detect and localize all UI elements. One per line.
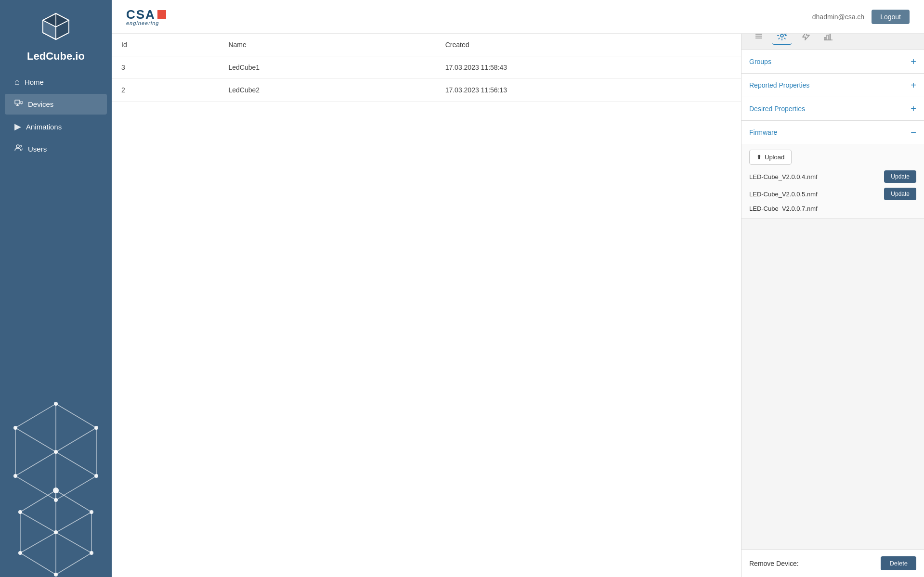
section-desired-toggle: + bbox=[911, 104, 916, 114]
firmware-item-2: LED-Cube_V2.0.0.5.nmf Update bbox=[749, 188, 916, 200]
tab-flash[interactable] bbox=[795, 34, 815, 45]
users-icon bbox=[14, 143, 23, 154]
section-desired-label: Desired Properties bbox=[749, 105, 805, 113]
svg-point-11 bbox=[20, 145, 22, 147]
user-email: dhadmin@csa.ch bbox=[812, 13, 864, 21]
svg-point-29 bbox=[90, 551, 93, 555]
csa-logo-red-square bbox=[157, 10, 166, 19]
section-reported: Reported Properties + bbox=[742, 74, 924, 97]
firmware-item-1: LED-Cube_V2.0.0.4.nmf Update bbox=[749, 170, 916, 183]
section-groups-label: Groups bbox=[749, 58, 771, 65]
row1-name: LedCube1 bbox=[219, 56, 435, 79]
firmware-list: LED-Cube_V2.0.0.4.nmf Update LED-Cube_V2… bbox=[749, 170, 916, 212]
svg-point-25 bbox=[13, 474, 17, 478]
tab-list[interactable] bbox=[749, 34, 768, 45]
section-groups-toggle: + bbox=[911, 57, 916, 66]
row1-created: 17.03.2023 11:58:43 bbox=[436, 56, 785, 79]
svg-point-21 bbox=[94, 426, 98, 430]
section-reported-header[interactable]: Reported Properties + bbox=[742, 74, 924, 97]
row2-created: 17.03.2023 11:56:13 bbox=[436, 79, 785, 102]
row2-name: LedCube2 bbox=[219, 79, 435, 102]
sidebar-item-animations-label: Animations bbox=[26, 123, 62, 131]
section-groups-header[interactable]: Groups + bbox=[742, 50, 924, 73]
animations-icon: ▶ bbox=[14, 121, 21, 132]
svg-rect-6 bbox=[17, 104, 18, 105]
col-name: Name bbox=[219, 34, 435, 56]
firmware-content: ⬆ Upload LED-Cube_V2.0.0.4.nmf Update LE… bbox=[742, 144, 924, 218]
upload-icon: ⬆ bbox=[756, 154, 762, 161]
sidebar-decoration bbox=[0, 394, 112, 577]
svg-point-30 bbox=[54, 573, 58, 577]
header-right: dhadmin@csa.ch Logout bbox=[812, 10, 910, 24]
remove-device-label: Remove Device: bbox=[749, 560, 799, 567]
panel-body: Groups + Reported Properties + Desired P… bbox=[742, 50, 924, 549]
svg-point-27 bbox=[53, 487, 59, 493]
tab-chart[interactable] bbox=[819, 34, 838, 45]
svg-point-10 bbox=[16, 145, 19, 148]
home-icon: ⌂ bbox=[14, 77, 20, 87]
sidebar-item-home-label: Home bbox=[25, 78, 44, 86]
header-logo: CSA engineering bbox=[126, 7, 166, 26]
svg-point-24 bbox=[13, 426, 17, 430]
firmware-name-3: LED-Cube_V2.0.0.7.nmf bbox=[749, 205, 916, 212]
firmware-item-3: LED-Cube_V2.0.0.7.nmf bbox=[749, 205, 916, 212]
tab-settings[interactable] bbox=[772, 34, 792, 45]
row1-id: 3 bbox=[112, 56, 219, 79]
main-content: CSA engineering dhadmin@csa.ch Logout Id… bbox=[112, 0, 924, 577]
update-button-2[interactable]: Update bbox=[884, 188, 916, 200]
svg-point-37 bbox=[781, 34, 783, 37]
panel-footer: Remove Device: Delete bbox=[742, 549, 924, 577]
sidebar-item-devices[interactable]: Devices bbox=[5, 94, 107, 115]
section-desired: Desired Properties + bbox=[742, 97, 924, 121]
svg-rect-5 bbox=[15, 100, 20, 104]
sidebar-item-users[interactable]: Users bbox=[5, 139, 107, 159]
svg-point-32 bbox=[18, 551, 22, 555]
svg-rect-42 bbox=[829, 34, 831, 40]
sidebar-nav: ⌂ Home Devices ▶ Animations bbox=[0, 72, 112, 161]
svg-point-31 bbox=[18, 510, 22, 514]
firmware-name-2: LED-Cube_V2.0.0.5.nmf bbox=[749, 191, 884, 198]
col-created: Created bbox=[436, 34, 785, 56]
section-groups: Groups + bbox=[742, 50, 924, 74]
header: CSA engineering dhadmin@csa.ch Logout bbox=[112, 0, 924, 34]
sidebar: LedCube.io ⌂ Home Devices ▶ Animations bbox=[0, 0, 112, 577]
sidebar-item-users-label: Users bbox=[28, 145, 47, 153]
firmware-name-1: LED-Cube_V2.0.0.4.nmf bbox=[749, 173, 884, 180]
svg-point-33 bbox=[54, 530, 58, 534]
sidebar-item-animations[interactable]: ▶ Animations bbox=[5, 116, 107, 137]
app-logo bbox=[39, 10, 73, 45]
section-reported-label: Reported Properties bbox=[749, 81, 809, 89]
svg-point-23 bbox=[54, 498, 58, 502]
app-title: LedCube.io bbox=[27, 50, 85, 63]
svg-rect-41 bbox=[827, 35, 828, 40]
sidebar-item-devices-label: Devices bbox=[28, 100, 53, 108]
update-button-1[interactable]: Update bbox=[884, 170, 916, 183]
section-firmware-label: Firmware bbox=[749, 128, 777, 136]
section-firmware-header[interactable]: Firmware − bbox=[742, 121, 924, 144]
csa-engineering-text: engineering bbox=[126, 20, 159, 26]
logout-button[interactable]: Logout bbox=[872, 10, 910, 24]
svg-rect-8 bbox=[20, 102, 23, 103]
devices-icon bbox=[14, 99, 23, 110]
svg-rect-7 bbox=[16, 105, 19, 106]
row2-id: 2 bbox=[112, 79, 219, 102]
upload-button[interactable]: ⬆ Upload bbox=[749, 150, 792, 165]
upload-label: Upload bbox=[765, 154, 784, 161]
panel-tabs bbox=[742, 34, 924, 50]
svg-point-20 bbox=[54, 402, 58, 406]
sidebar-item-home[interactable]: ⌂ Home bbox=[5, 72, 107, 92]
section-firmware-toggle: − bbox=[911, 128, 916, 137]
section-reported-toggle: + bbox=[911, 80, 916, 90]
svg-point-26 bbox=[54, 450, 58, 454]
svg-rect-9 bbox=[21, 103, 22, 104]
section-firmware: Firmware − ⬆ Upload LED-Cube_V2.0.0.4.nm… bbox=[742, 121, 924, 218]
delete-button[interactable]: Delete bbox=[881, 556, 916, 570]
section-desired-header[interactable]: Desired Properties + bbox=[742, 97, 924, 120]
col-id: Id bbox=[112, 34, 219, 56]
svg-point-22 bbox=[94, 474, 98, 478]
side-panel: LEDCUBE2 ✕ bbox=[741, 34, 924, 577]
svg-point-28 bbox=[90, 510, 93, 514]
content-area: Id Name Created Last 3 LedCube1 17.03.20… bbox=[112, 34, 924, 577]
